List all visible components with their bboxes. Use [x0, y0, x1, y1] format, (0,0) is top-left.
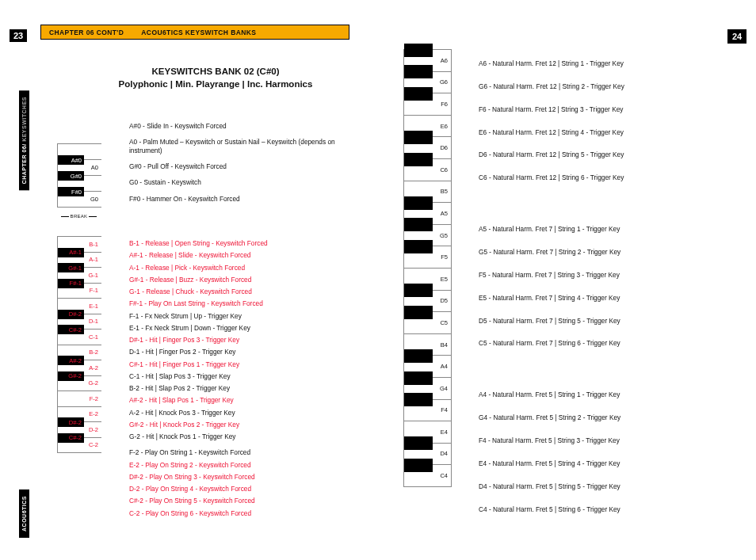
side-tab-chapter-a: CHAPTER 06/	[21, 143, 27, 184]
black-key: G#0	[58, 171, 84, 181]
list-item: B-2 - Hit | Slap Pos 2 - Trigger Key	[129, 384, 359, 392]
list-item: C-1 - Hit | Slap Pos 3 - Trigger Key	[129, 372, 359, 380]
page-number-left: 23	[10, 29, 27, 42]
black-key	[404, 87, 433, 101]
black-key: C#-2	[58, 433, 84, 443]
list-item: G5 - Natural Harm. Fret 7 | String 2 - T…	[479, 248, 740, 256]
keyboard-diagram-3: A6G6F6E6D6C6B5A5G5F5E5D5C5B4A4G4F4E4D4C4	[403, 49, 452, 487]
list-item: D#-1 - Hit | Finger Pos 3 - Trigger Key	[129, 336, 359, 344]
chapter-banner: CHAPTER 06 CONT'D ACOU6TICS KEYSWITCH BA…	[40, 25, 349, 40]
list-item: D-1 - Hit | Finger Pos 2 - Trigger Key	[129, 348, 359, 356]
list-item: D-2 - Play On String 4 - Keyswitch Force…	[129, 485, 359, 493]
list-item: C#-1 - Hit | Finger Pos 1 - Trigger Key	[129, 360, 359, 368]
black-key	[404, 284, 433, 297]
black-key	[404, 349, 433, 363]
black-key: A#-2	[58, 356, 84, 365]
black-key	[404, 371, 433, 385]
list-item: F4 - Natural Harm. Fret 5 | String 3 - T…	[479, 436, 740, 444]
black-key: F#0	[58, 187, 84, 196]
list-item: G-2 - Hit | Knock Pos 1 - Trigger Key	[129, 432, 359, 440]
list-item: C#-2 - Play On String 5 - Keyswitch Forc…	[129, 497, 359, 505]
list-item: F#-1 - Play On Last String - Keyswitch F…	[129, 299, 359, 307]
black-key	[404, 240, 433, 253]
list-item: D5 - Natural Harm. Fret 7 | String 5 - T…	[479, 317, 740, 325]
page-heading: KEYSWITCHS BANK 02 (C#0) Polyphonic | Mi…	[81, 66, 350, 90]
white-key: F-2	[58, 391, 101, 407]
black-key: D#-2	[58, 417, 84, 427]
black-key: F#-1	[58, 279, 84, 288]
black-key: A#-1	[58, 248, 84, 257]
black-key	[404, 218, 433, 231]
heading-line-2: Polyphonic | Min. Playrange | Inc. Harmo…	[81, 78, 350, 91]
side-tab-chapter-b: KEYSWITCHES	[21, 97, 27, 143]
list-item: D4 - Natural Harm. Fret 5 | String 5 - T…	[479, 482, 740, 490]
list-item: F-1 - Fx Neck Strum | Up - Trigger Key	[129, 312, 359, 320]
black-key	[404, 153, 433, 166]
black-key	[404, 393, 433, 406]
list-item: G6 - Natural Harm. Fret 12 | String 2 - …	[479, 82, 740, 90]
list-item: F6 - Natural Harm. Fret 12 | String 3 - …	[479, 105, 740, 113]
description-list-2: B-1 - Release | Open String - Keyswitch …	[129, 239, 359, 521]
list-item: C4 - Natural Harm. Fret 5 | String 6 - T…	[479, 505, 740, 513]
list-item: A#-1 - Release | Slide - Keyswitch Force…	[129, 251, 359, 259]
black-key: D#-2	[58, 310, 84, 319]
black-key: A#0	[58, 155, 84, 165]
banner-title: ACOU6TICS KEYSWITCH BANKS	[141, 29, 256, 36]
heading-line-1: KEYSWITCHS BANK 02 (C#0)	[81, 66, 350, 78]
list-item: G#-1 - Release | Buzz - Keyswitch Forced	[129, 276, 359, 284]
list-item: B-1 - Release | Open String - Keyswitch …	[129, 239, 359, 247]
list-item: A-1 - Release | Pick - Keyswitch Forced	[129, 264, 359, 272]
banner-chapter: CHAPTER 06 CONT'D	[49, 29, 124, 36]
list-item: E-2 - Play On String 2 - Keyswitch Force…	[129, 461, 359, 469]
list-item: E4 - Natural Harm. Fret 5 | String 4 - T…	[479, 459, 740, 467]
page-number-right: 24	[727, 29, 746, 44]
keyboard-diagram-2: B-1A#-1A-1G#-1G-1F#-1F-1E-1D#-2D-1C#-2C-…	[57, 236, 101, 453]
list-item: A#-2 - Hit | Slap Pos 1 - Trigger Key	[129, 396, 359, 404]
break-label: BREAK	[57, 214, 101, 219]
description-list-3: A6 - Natural Harm. Fret 12 | String 1 - …	[479, 59, 740, 528]
list-item: G#0 - Pull Off - Keyswitch Forced	[129, 162, 347, 170]
list-item: A#0 - Slide In - Keyswitch Forced	[129, 122, 347, 130]
list-item: G0 - Sustain - Keyswitch	[129, 178, 347, 186]
list-item: A-2 - Hit | Knock Pos 3 - Trigger Key	[129, 409, 359, 417]
list-item: F5 - Natural Harm. Fret 7 | String 3 - T…	[479, 271, 740, 279]
side-tab-brand: ACOU6TICS	[19, 490, 29, 538]
keyboard-diagram-1: A0G0A#0G#0F#0	[57, 143, 101, 208]
black-key	[404, 131, 433, 144]
black-key	[404, 459, 433, 472]
list-item: G#-2 - Hit | Knock Pos 2 - Trigger Key	[129, 421, 359, 429]
black-key	[404, 44, 433, 57]
list-item: E6 - Natural Harm. Fret 12 | String 4 - …	[479, 128, 740, 136]
black-key	[404, 65, 433, 78]
black-key	[404, 436, 433, 450]
black-key: G#-1	[58, 263, 84, 272]
black-key: C#-2	[58, 325, 84, 334]
list-item: G4 - Natural Harm. Fret 5 | String 2 - T…	[479, 413, 740, 421]
list-item: E5 - Natural Harm. Fret 7 | String 4 - T…	[479, 294, 740, 302]
list-item: D#-2 - Play On String 3 - Keyswitch Forc…	[129, 473, 359, 481]
list-item: C6 - Natural Harm. Fret 12 | String 6 - …	[479, 173, 740, 181]
list-item: A5 - Natural Harm. Fret 7 | String 1 - T…	[479, 225, 740, 233]
description-list-1: A#0 - Slide In - Keyswitch ForcedA0 - Pa…	[129, 122, 347, 211]
list-item: C-2 - Play On String 6 - Keyswitch Force…	[129, 509, 359, 517]
list-item: D6 - Natural Harm. Fret 12 | String 5 - …	[479, 150, 740, 158]
black-key	[404, 306, 433, 319]
list-item: E-1 - Fx Neck Strum | Down - Trigger Key	[129, 324, 359, 332]
list-item: F#0 - Hammer On - Keyswitch Forced	[129, 195, 347, 203]
black-key	[404, 196, 433, 210]
list-item: G-1 - Release | Chuck - Keyswitch Forced	[129, 288, 359, 295]
list-item: A6 - Natural Harm. Fret 12 | String 1 - …	[479, 59, 740, 67]
list-item: F-2 - Play On String 1 - Keyswitch Force…	[129, 448, 359, 456]
black-key: G#-2	[58, 371, 84, 381]
side-tab-chapter: CHAPTER 06/ KEYSWITCHES	[19, 90, 29, 190]
list-item: C5 - Natural Harm. Fret 7 | String 6 - T…	[479, 339, 740, 347]
list-item: A0 - Palm Muted – Keyswitch or Sustain N…	[129, 138, 347, 154]
list-item: A4 - Natural Harm. Fret 5 | String 1 - T…	[479, 390, 740, 398]
